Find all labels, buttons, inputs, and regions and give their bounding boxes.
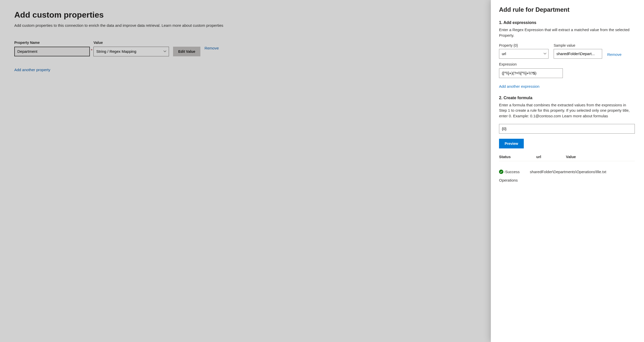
col-value: Value bbox=[566, 155, 576, 159]
property-select-label: Property {0} bbox=[499, 43, 549, 47]
property-name-label: Property Name bbox=[14, 41, 90, 45]
value-label: Value bbox=[93, 41, 169, 45]
col-status: Status bbox=[499, 155, 522, 159]
remove-expression-button[interactable]: Remove bbox=[607, 52, 622, 57]
add-rule-panel: Add rule for Department 1. Add expressio… bbox=[491, 0, 644, 342]
property-name-input[interactable] bbox=[14, 47, 90, 56]
preview-extracted-value: Operations bbox=[499, 177, 635, 184]
add-another-expression-link[interactable]: Add another expression bbox=[499, 84, 539, 88]
remove-property-button[interactable]: Remove bbox=[204, 46, 219, 50]
sample-value-input[interactable] bbox=[554, 49, 602, 59]
required-indicator: * bbox=[91, 48, 92, 53]
preview-table-header: Status url Value bbox=[499, 155, 635, 161]
step1-description: Enter a Regex Expression that will extra… bbox=[499, 27, 635, 38]
step2-heading: 2. Create formula bbox=[499, 96, 635, 100]
sample-value-label: Sample value bbox=[554, 43, 602, 47]
step1-heading: 1. Add expressions bbox=[499, 20, 635, 25]
value-type-select[interactable] bbox=[93, 47, 169, 56]
step2-description: Enter a formula that combines the extrac… bbox=[499, 102, 635, 119]
formula-input[interactable] bbox=[499, 124, 635, 134]
status-text: -Success bbox=[504, 168, 520, 175]
col-url: url bbox=[536, 155, 552, 159]
expression-label: Expression bbox=[499, 62, 635, 66]
panel-title: Add rule for Department bbox=[499, 6, 635, 13]
preview-row: -Success sharedFolder\Departments\Operat… bbox=[499, 168, 635, 184]
preview-url-value: sharedFolder\Departments\Operations\file… bbox=[530, 170, 606, 174]
success-icon bbox=[499, 170, 503, 174]
chevron-down-icon bbox=[163, 49, 166, 54]
property-select[interactable] bbox=[499, 49, 549, 59]
expression-input[interactable] bbox=[499, 68, 563, 78]
edit-value-button[interactable]: Edit Value bbox=[173, 47, 200, 56]
preview-button[interactable]: Preview bbox=[499, 139, 524, 148]
